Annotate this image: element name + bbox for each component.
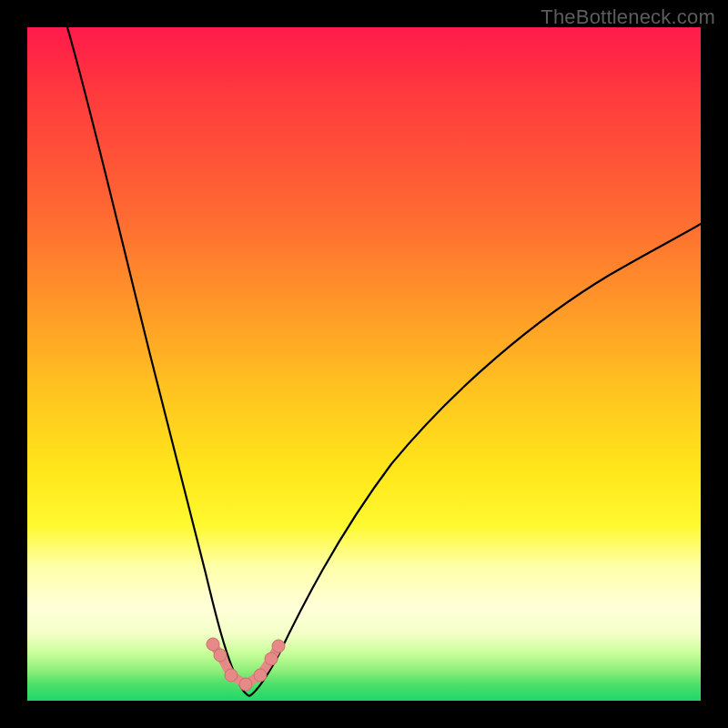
svg-point-6: [272, 640, 285, 652]
watermark-text: TheBottleneck.com: [541, 5, 715, 29]
svg-point-4: [254, 669, 267, 682]
curve-layer: [27, 27, 701, 701]
valley-markers: [207, 638, 285, 691]
left-branch-curve: [67, 27, 249, 696]
plot-area: [27, 27, 701, 701]
svg-point-2: [225, 669, 238, 682]
chart-frame: TheBottleneck.com: [0, 0, 728, 728]
svg-point-1: [214, 649, 227, 662]
svg-point-5: [265, 652, 278, 665]
svg-point-3: [239, 678, 252, 691]
svg-point-0: [207, 638, 219, 651]
right-branch-curve: [249, 224, 701, 696]
